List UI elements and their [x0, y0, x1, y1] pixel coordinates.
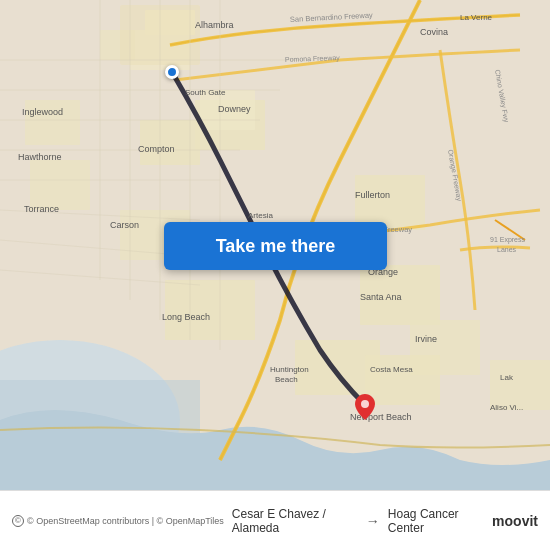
destination-label: Hoag Cancer Center: [388, 507, 484, 535]
svg-text:Long Beach: Long Beach: [162, 312, 210, 322]
svg-text:Santa Ana: Santa Ana: [360, 292, 402, 302]
origin-label: Cesar E Chavez / Alameda: [232, 507, 358, 535]
svg-text:Hawthorne: Hawthorne: [18, 152, 62, 162]
map-container: Alhambra La Verne Covina San Bernardino …: [0, 0, 550, 490]
svg-rect-10: [165, 280, 255, 340]
svg-text:Fullerton: Fullerton: [355, 190, 390, 200]
svg-text:Beach: Beach: [275, 375, 298, 384]
attribution: © © OpenStreetMap contributors | © OpenM…: [12, 515, 224, 527]
route-info: Cesar E Chavez / Alameda → Hoag Cancer C…: [224, 507, 492, 535]
take-me-there-button[interactable]: Take me there: [164, 222, 387, 270]
svg-text:Alhambra: Alhambra: [195, 20, 234, 30]
arrow-icon: →: [366, 513, 380, 529]
svg-text:Costa Mesa: Costa Mesa: [370, 365, 413, 374]
svg-text:Downey: Downey: [218, 104, 251, 114]
svg-text:South Gate: South Gate: [185, 88, 226, 97]
svg-text:Irvine: Irvine: [415, 334, 437, 344]
svg-text:Lanes: Lanes: [497, 246, 517, 253]
origin-marker: [165, 65, 179, 79]
attribution-text: © OpenStreetMap contributors | © OpenMap…: [27, 516, 224, 526]
svg-rect-9: [140, 120, 200, 165]
copyright-icon: ©: [12, 515, 24, 527]
svg-text:Aliso Vi...: Aliso Vi...: [490, 403, 523, 412]
bottom-bar: © © OpenStreetMap contributors | © OpenM…: [0, 490, 550, 550]
svg-rect-18: [365, 355, 440, 405]
svg-text:Lak: Lak: [500, 373, 514, 382]
svg-text:Artesia: Artesia: [248, 211, 273, 220]
svg-text:91 Express: 91 Express: [490, 236, 526, 244]
svg-point-62: [361, 400, 369, 408]
svg-text:Carson: Carson: [110, 220, 139, 230]
svg-text:Inglewood: Inglewood: [22, 107, 63, 117]
destination-marker: [355, 394, 375, 420]
svg-text:Huntington: Huntington: [270, 365, 309, 374]
moovit-text: moovit: [492, 513, 538, 529]
moovit-logo: moovit: [492, 513, 538, 529]
svg-rect-12: [30, 160, 90, 210]
svg-text:Torrance: Torrance: [24, 204, 59, 214]
svg-text:Compton: Compton: [138, 144, 175, 154]
svg-text:La Verne: La Verne: [460, 13, 493, 22]
svg-text:Covina: Covina: [420, 27, 448, 37]
